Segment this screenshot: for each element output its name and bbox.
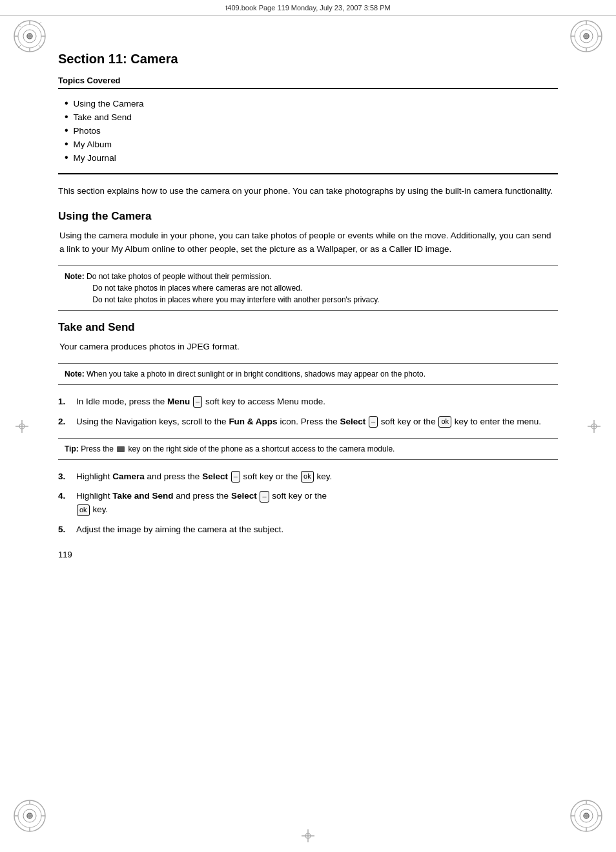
step-2-content: Using the Navigation keys, scroll to the… xyxy=(76,415,558,429)
list-item: My Album xyxy=(65,139,558,149)
step-number-1: 1. xyxy=(58,395,71,409)
note2-label: Note: xyxy=(65,369,85,379)
svg-point-3 xyxy=(28,34,32,38)
note-label: Note: xyxy=(65,272,85,281)
using-camera-note: Note: Do not take photos of people witho… xyxy=(58,265,558,311)
step-item: 4. Highlight Take and Send and press the… xyxy=(58,490,558,517)
step-item: 5. Adjust the image by aiming the camera… xyxy=(58,523,558,537)
note-line-1: Do not take photos of people without the… xyxy=(87,272,271,281)
step-item: 1. In Idle mode, press the Menu – soft k… xyxy=(58,395,558,409)
section-title: Section 11: Camera xyxy=(58,52,558,67)
step-1-content: In Idle mode, press the Menu – soft key … xyxy=(76,395,558,409)
step-3-bold-select: Select xyxy=(202,472,228,481)
svg-point-25 xyxy=(28,814,32,818)
crosshair-bottom xyxy=(300,828,316,846)
step-item: 3. Highlight Camera and press the Select… xyxy=(58,470,558,484)
step3-select-key: – xyxy=(231,471,240,482)
corner-decoration-bl xyxy=(13,799,46,833)
step-number-2: 2. xyxy=(58,415,71,429)
page-header: t409.book Page 119 Monday, July 23, 2007… xyxy=(0,0,616,16)
step-number-5: 5. xyxy=(58,523,71,537)
list-item: Photos xyxy=(65,125,558,136)
corner-decoration-tr xyxy=(570,19,603,53)
menu-key-icon: – xyxy=(193,396,202,407)
note-line-3: Do not take photos in places where you m… xyxy=(92,295,379,304)
topics-bottom-divider xyxy=(58,173,558,174)
topics-list: Using the Camera Take and Send Photos My… xyxy=(58,98,558,163)
subsection-heading-using-camera: Using the Camera xyxy=(58,210,558,223)
svg-point-34 xyxy=(584,814,588,818)
take-and-send-body: Your camera produces photos in JPEG form… xyxy=(58,340,558,354)
note-line-2: Do not take photos in places where camer… xyxy=(92,284,302,293)
step-number-4: 4. xyxy=(58,490,71,503)
list-item: Take and Send xyxy=(65,112,558,122)
steps-list-1: 1. In Idle mode, press the Menu – soft k… xyxy=(58,395,558,429)
select-key-icon: – xyxy=(369,416,378,427)
crosshair-right xyxy=(586,419,602,434)
step4-ok-key: ok xyxy=(77,504,90,515)
list-item: My Journal xyxy=(65,152,558,163)
tip-box: Tip: Press the key on the right side of … xyxy=(58,438,558,460)
step-2-bold-funApps: Fun & Apps xyxy=(229,417,277,426)
take-and-send-note: Note: When you take a photo in direct su… xyxy=(58,363,558,385)
corner-decoration-br xyxy=(570,799,603,833)
step-3-bold-camera: Camera xyxy=(112,472,145,481)
note2-line-1: When you take a photo in direct sunlight… xyxy=(87,369,426,379)
topics-label: Topics Covered xyxy=(58,76,558,85)
step4-select-key: – xyxy=(260,491,269,502)
corner-decoration-tl xyxy=(13,19,46,53)
svg-point-16 xyxy=(584,34,588,38)
using-camera-body: Using the camera module in your phone, y… xyxy=(58,229,558,256)
step-number-3: 3. xyxy=(58,470,71,484)
step-4-content: Highlight Take and Send and press the Se… xyxy=(76,490,558,517)
step-item: 2. Using the Navigation keys, scroll to … xyxy=(58,415,558,429)
main-content: Section 11: Camera Topics Covered Using … xyxy=(58,16,558,585)
ok-key-icon: ok xyxy=(438,416,451,427)
step3-ok-key: ok xyxy=(301,471,314,482)
steps-list-2: 3. Highlight Camera and press the Select… xyxy=(58,470,558,537)
step-4-bold-select: Select xyxy=(231,491,257,501)
crosshair-left xyxy=(14,419,30,434)
page-number: 119 xyxy=(58,550,558,559)
topics-top-divider xyxy=(58,88,558,89)
step-5-content: Adjust the image by aiming the camera at… xyxy=(76,523,558,537)
step-3-content: Highlight Camera and press the Select – … xyxy=(76,470,558,484)
step-1-bold-menu: Menu xyxy=(167,397,190,406)
tip-content: Press the key on the right side of the p… xyxy=(81,444,395,453)
camera-icon-inline xyxy=(117,446,125,452)
step-2-bold-select: Select xyxy=(340,417,365,426)
intro-paragraph: This section explains how to use the cam… xyxy=(58,185,558,198)
tip-label: Tip: xyxy=(65,444,79,453)
step-4-bold-takesend: Take and Send xyxy=(112,491,173,501)
list-item: Using the Camera xyxy=(65,98,558,109)
subsection-heading-take-and-send: Take and Send xyxy=(58,321,558,334)
